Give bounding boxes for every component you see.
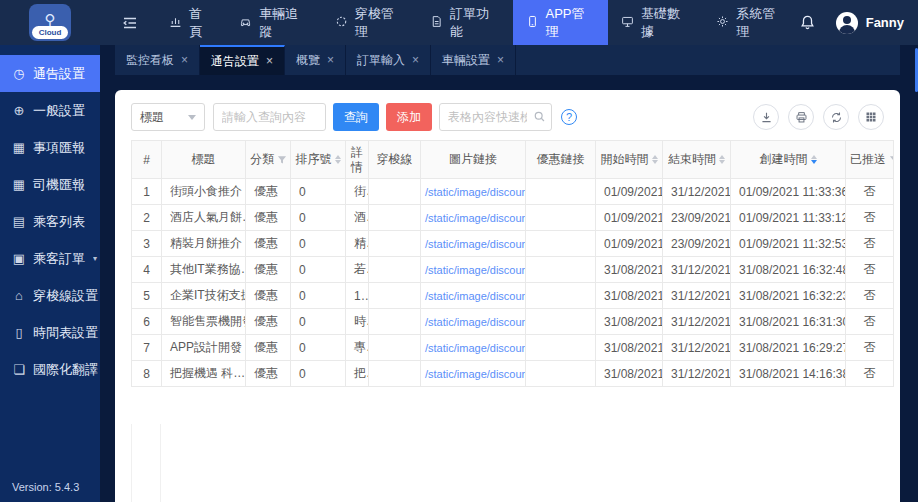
cell-已推送: 否 [846,231,894,257]
cell-圖片鏈接[interactable]: /static/image/discour [421,257,526,283]
tab-2[interactable]: 通告設置× [200,45,285,75]
sidebar-item-7[interactable]: ⌂穿梭線設置 [0,277,100,314]
close-icon[interactable]: × [497,53,504,67]
topnav-item-7[interactable]: 系統管理 [703,0,798,45]
topnav-item-4[interactable]: 訂單功能 [417,0,512,45]
help-icon[interactable]: ? [561,109,577,125]
app-logo[interactable]: ⚲ Cloud [0,0,100,45]
cell-排序號: 0 [291,361,346,387]
cell-圖片鏈接[interactable]: /static/image/discour [421,231,526,257]
chevron-down-icon [188,115,196,120]
cell-#: 7 [132,335,162,361]
topnav-item-5[interactable]: APP管理 [513,0,608,45]
sort-icon[interactable] [335,155,341,164]
cell-創建時間: 31/08/2021 16:31:30 [731,309,846,335]
cell-圖片鏈接[interactable]: /static/image/discour [421,179,526,205]
topnav-item-2[interactable]: 車輛追蹤 [226,0,321,45]
cell-結束時間: 31/12/2021 [663,283,731,309]
column-header-10[interactable]: 結束時間 [663,141,731,179]
table-action-icons [753,104,884,130]
sidebar-item-label: 一般設置 [33,102,85,120]
sidebar-item-9[interactable]: ❏國際化翻譯 [0,351,100,388]
download-icon[interactable] [753,104,779,130]
notification-bell-icon[interactable] [799,14,816,31]
sidebar-item-5[interactable]: ▤乘客列表 [0,203,100,240]
column-header-8: 優惠鏈接 [526,141,596,179]
fixed-column-extension [131,424,161,502]
cell-創建時間: 01/09/2021 11:33:12 [731,205,846,231]
topnav-label: 訂單功能 [450,5,499,41]
cell-圖片鏈接[interactable]: /static/image/discour [421,335,526,361]
shuttle-icon [335,15,348,31]
top-nav-menu: 首頁車輛追蹤穿梭管理訂單功能APP管理基礎數據系統管理 [156,0,799,45]
topnav-item-1[interactable]: 首頁 [156,0,226,45]
passenger-list-icon: ▤ [12,214,26,229]
sidebar-item-2[interactable]: ⊕一般設置 [0,92,100,129]
topnav-item-3[interactable]: 穿梭管理 [322,0,417,45]
sidebar-item-4[interactable]: ▦司機匯報 [0,166,100,203]
columns-icon[interactable] [858,104,884,130]
tab-4[interactable]: 訂單輸入× [346,45,431,75]
cell-分類: 優惠 [246,205,291,231]
cell-圖片鏈接[interactable]: /static/image/discour [421,205,526,231]
cell-圖片鏈接[interactable]: /static/image/discour [421,309,526,335]
cell-結束時間: 23/09/2021 [663,231,731,257]
cell-開始時間: 31/08/2021 [596,257,663,283]
filter-icon[interactable] [277,155,287,165]
sidebar-item-label: 穿梭線設置 [33,287,98,305]
cell-圖片鏈接[interactable]: /static/image/discour [421,361,526,387]
print-icon[interactable] [788,104,814,130]
gear-icon [716,15,729,31]
shuttle-line-icon: ⌂ [12,288,26,303]
filter-field-value: 標題 [140,109,164,126]
cell-結束時間: 31/12/2021 [663,309,731,335]
cell-開始時間: 01/09/2021 [596,231,663,257]
user-menu[interactable]: Fanny [836,12,904,34]
sidebar-item-label: 事項匯報 [33,139,85,157]
column-label: 圖片鏈接 [449,151,497,168]
sort-icon[interactable] [652,155,658,164]
sidebar-item-8[interactable]: ▯時間表設置 [0,314,100,351]
menu-fold-icon[interactable] [122,15,138,31]
cell-優惠鏈接 [526,257,596,283]
sort-icon[interactable] [811,155,817,164]
sidebar-item-3[interactable]: ▦事項匯報 [0,129,100,166]
filter-field-select[interactable]: 標題 [131,103,205,131]
order-icon [430,15,443,31]
column-header-12[interactable]: 已推送 [846,141,894,179]
cell-已推送: 否 [846,205,894,231]
sidebar-item-1[interactable]: ◷通告設置 [0,55,100,92]
sort-icon[interactable] [719,155,725,164]
tab-5[interactable]: 車輛設置× [431,45,516,75]
query-input[interactable] [213,103,326,131]
column-header-11[interactable]: 創建時間 [731,141,846,179]
table-row-8: 8把握機遇 科…優惠0把…/static/image/discour31/08/… [132,361,894,387]
refresh-icon[interactable] [823,104,849,130]
column-label: 創建時間 [760,151,808,168]
add-button[interactable]: 添加 [386,103,432,131]
tab-1[interactable]: 監控看板× [115,45,200,75]
filter-icon[interactable] [889,155,894,165]
column-header-4[interactable]: 排序號 [291,141,346,179]
sidebar-item-6[interactable]: ▣乘客訂單▾ [0,240,100,277]
announcements-table: #標題分類排序號詳情穿梭線圖片鏈接優惠鏈接開始時間結束時間創建時間已推送 1街頭… [131,140,893,387]
user-avatar [836,12,858,34]
cell-圖片鏈接[interactable]: /static/image/discour [421,283,526,309]
column-label: 排序號 [296,151,332,168]
sidebar-item-label: 通告設置 [33,65,85,83]
cell-已推送: 否 [846,361,894,387]
column-header-3[interactable]: 分類 [246,141,291,179]
cell-詳情: 時… [346,309,369,335]
tab-3[interactable]: 概覽× [285,45,346,75]
version-label: Version: 5.4.3 [12,481,79,493]
close-icon[interactable]: × [181,53,188,67]
cell-標題: 企業IT技術支援 [162,283,246,309]
topnav-item-6[interactable]: 基礎數據 [608,0,703,45]
close-icon[interactable]: × [266,54,273,68]
close-icon[interactable]: × [412,53,419,67]
query-button[interactable]: 查詢 [333,103,379,131]
cell-詳情: 1… [346,283,369,309]
column-header-9[interactable]: 開始時間 [596,141,663,179]
cell-詳情: 專… [346,335,369,361]
close-icon[interactable]: × [327,53,334,67]
